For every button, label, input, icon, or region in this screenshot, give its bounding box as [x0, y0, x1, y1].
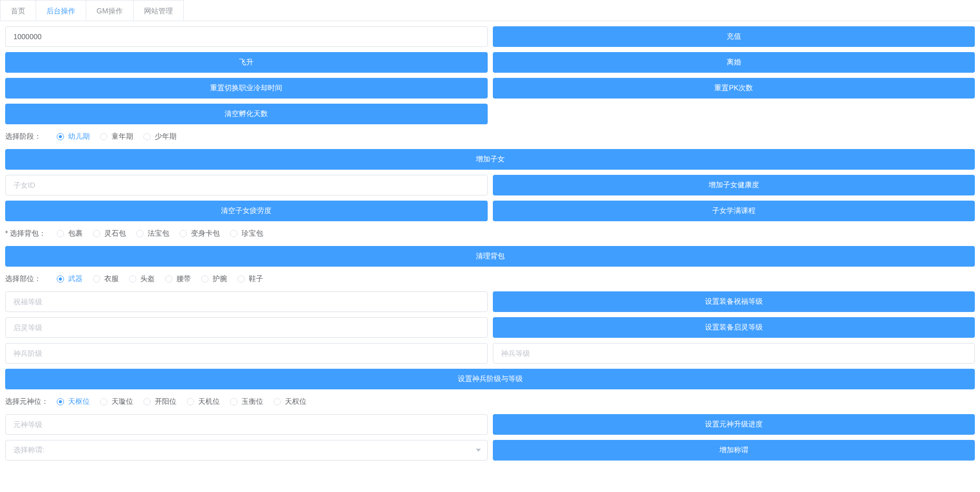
radio-label: 腰带 — [176, 274, 191, 284]
child-id-input[interactable] — [5, 175, 488, 195]
shenbing-stage-input[interactable] — [5, 343, 488, 364]
radio-icon — [201, 275, 208, 283]
set-equip-bless-button[interactable]: 设置装备祝福等级 — [493, 291, 975, 312]
tab-site-admin[interactable]: 网站管理 — [133, 0, 184, 21]
radio-label: 开阳位 — [155, 397, 176, 406]
shenbing-level-input[interactable] — [493, 343, 975, 364]
tabs-bar: 首页 后台操作 GM操作 网站管理 — [0, 0, 980, 21]
radio-label: 包裹 — [68, 229, 83, 238]
bag-select-row: 选择背包： 包裹 灵石包 法宝包 变身卡包 珍宝包 — [5, 226, 975, 241]
radio-yuanshen-tianxuan[interactable]: 天璇位 — [100, 397, 133, 406]
radio-icon — [230, 398, 237, 405]
clear-child-fatigue-button[interactable]: 清空子女疲劳度 — [5, 201, 488, 221]
add-child-button[interactable]: 增加子女 — [5, 149, 975, 170]
stage-label: 选择阶段： — [5, 132, 57, 141]
radio-icon — [129, 275, 136, 283]
radio-icon — [230, 230, 237, 237]
radio-icon — [93, 230, 100, 237]
set-shenbing-button[interactable]: 设置神兵阶级与等级 — [5, 369, 975, 389]
radio-icon — [100, 398, 107, 405]
qiling-level-input[interactable] — [5, 317, 488, 338]
bless-level-input[interactable] — [5, 291, 488, 312]
radio-part-clothes[interactable]: 衣服 — [93, 274, 119, 284]
add-child-health-button[interactable]: 增加子女健康度 — [493, 175, 975, 195]
radio-icon — [143, 398, 151, 405]
set-equip-qiling-button[interactable]: 设置装备启灵等级 — [493, 317, 975, 338]
bag-label: 选择背包： — [5, 229, 57, 238]
radio-icon — [57, 398, 64, 405]
radio-yuanshen-tianji[interactable]: 天机位 — [187, 397, 220, 406]
radio-label: 武器 — [68, 274, 83, 284]
select-placeholder: 选择称谓: — [13, 446, 44, 455]
reset-job-cooldown-button[interactable]: 重置切换职业冷却时间 — [5, 78, 488, 99]
radio-label: 鞋子 — [249, 274, 263, 284]
radio-stage-infant[interactable]: 幼儿期 — [57, 132, 90, 141]
yuanshen-radio-group: 天枢位 天璇位 开阳位 天机位 玉衡位 天权位 — [57, 397, 307, 406]
radio-yuanshen-kaiyang[interactable]: 开阳位 — [143, 397, 176, 406]
radio-label: 变身卡包 — [191, 229, 220, 238]
radio-icon — [136, 230, 143, 237]
part-radio-group: 武器 衣服 头盔 腰带 护腕 鞋子 — [57, 274, 263, 284]
add-title-button[interactable]: 增加称谓 — [493, 440, 975, 461]
tab-backend[interactable]: 后台操作 — [36, 0, 86, 21]
radio-icon — [100, 133, 107, 140]
radio-label: 灵石包 — [104, 229, 126, 238]
stage-radio-group: 幼儿期 童年期 少年期 — [57, 132, 176, 141]
radio-icon — [180, 230, 187, 237]
radio-part-shoes[interactable]: 鞋子 — [237, 274, 263, 284]
radio-icon — [165, 275, 172, 283]
radio-icon — [274, 398, 281, 405]
tab-home[interactable]: 首页 — [0, 0, 36, 21]
part-label: 选择部位： — [5, 274, 57, 284]
radio-bag-magic[interactable]: 法宝包 — [136, 229, 169, 238]
radio-label: 天璇位 — [111, 397, 133, 406]
tab-gm[interactable]: GM操作 — [86, 0, 134, 21]
radio-bag-treasure[interactable]: 珍宝包 — [230, 229, 263, 238]
yuanshen-level-input[interactable] — [5, 414, 488, 435]
radio-yuanshen-tianquan[interactable]: 天权位 — [274, 397, 307, 406]
radio-label: 少年期 — [155, 132, 176, 141]
radio-part-bracer[interactable]: 护腕 — [201, 274, 227, 284]
clear-bag-button[interactable]: 清理背包 — [5, 246, 975, 267]
radio-icon — [57, 133, 64, 140]
radio-icon — [57, 275, 64, 283]
radio-icon — [57, 230, 64, 237]
radio-icon — [143, 133, 151, 140]
divorce-button[interactable]: 离婚 — [493, 52, 975, 73]
radio-part-helmet[interactable]: 头盔 — [129, 274, 155, 284]
radio-icon — [187, 398, 194, 405]
radio-bag-transform[interactable]: 变身卡包 — [180, 229, 220, 238]
radio-stage-youth[interactable]: 少年期 — [143, 132, 176, 141]
set-yuanshen-progress-button[interactable]: 设置元神升级进度 — [493, 414, 975, 435]
ascend-button[interactable]: 飞升 — [5, 52, 488, 73]
radio-label: 童年期 — [111, 132, 133, 141]
radio-label: 珍宝包 — [242, 229, 263, 238]
title-select[interactable]: 选择称谓: — [5, 440, 488, 461]
radio-label: 幼儿期 — [68, 132, 90, 141]
radio-part-belt[interactable]: 腰带 — [165, 274, 191, 284]
radio-label: 衣服 — [104, 274, 119, 284]
radio-label: 天枢位 — [68, 397, 90, 406]
main-container: 充值 飞升 离婚 重置切换职业冷却时间 重置PK次数 清空孵化天数 选择阶段： … — [0, 21, 980, 471]
radio-icon — [93, 275, 100, 283]
radio-label: 护腕 — [213, 274, 227, 284]
child-full-course-button[interactable]: 子女学满课程 — [493, 201, 975, 221]
recharge-button[interactable]: 充值 — [493, 26, 975, 47]
radio-part-weapon[interactable]: 武器 — [57, 274, 83, 284]
yuanshen-select-row: 选择元神位： 天枢位 天璇位 开阳位 天机位 玉衡位 — [5, 395, 975, 409]
stage-select-row: 选择阶段： 幼儿期 童年期 少年期 — [5, 129, 975, 144]
clear-hatch-days-button[interactable]: 清空孵化天数 — [5, 104, 488, 124]
radio-bag-stone[interactable]: 灵石包 — [93, 229, 126, 238]
radio-label: 天权位 — [285, 397, 307, 406]
radio-yuanshen-tianshu[interactable]: 天枢位 — [57, 397, 90, 406]
radio-yuanshen-yuheng[interactable]: 玉衡位 — [230, 397, 263, 406]
amount-input[interactable] — [5, 26, 488, 47]
reset-pk-count-button[interactable]: 重置PK次数 — [493, 78, 975, 99]
part-select-row: 选择部位： 武器 衣服 头盔 腰带 护腕 — [5, 272, 975, 286]
radio-stage-childhood[interactable]: 童年期 — [100, 132, 133, 141]
radio-icon — [237, 275, 245, 283]
radio-bag-package[interactable]: 包裹 — [57, 229, 83, 238]
yuanshen-label: 选择元神位： — [5, 397, 57, 406]
radio-label: 玉衡位 — [242, 397, 263, 406]
radio-label: 头盔 — [140, 274, 155, 284]
